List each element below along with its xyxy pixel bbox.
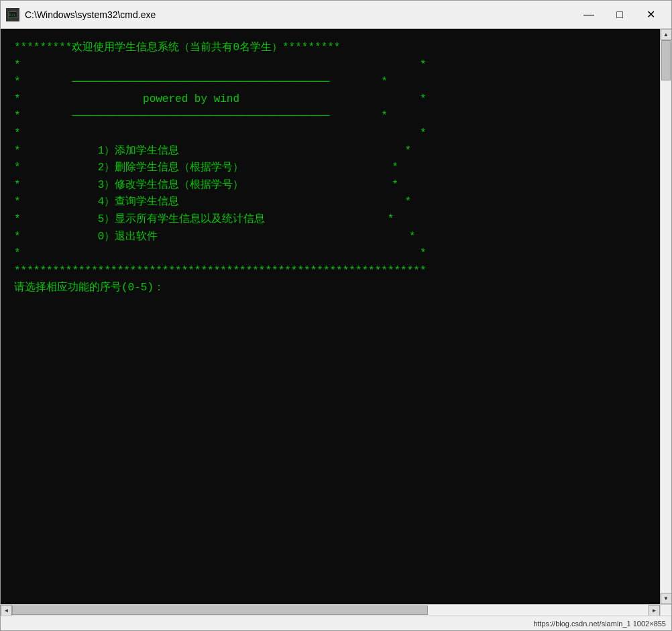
- window: C:\Windows\system32\cmd.exe — □ ✕ ******…: [0, 0, 672, 631]
- input-prompt: 请选择相应功能的序号(0-5)：: [14, 280, 647, 297]
- app-icon: [6, 8, 19, 21]
- content-area: *********欢迎使用学生信息系统（当前共有0名学生）********* *…: [1, 29, 671, 604]
- scroll-down-button[interactable]: ▼: [661, 593, 672, 604]
- scroll-h-thumb[interactable]: [12, 606, 428, 615]
- footer-stars: ****************************************…: [14, 263, 647, 280]
- empty-line-1: * *: [14, 125, 647, 143]
- terminal-display: *********欢迎使用学生信息系统（当前共有0名学生）********* *…: [1, 29, 660, 604]
- empty-line-2: * *: [14, 245, 647, 263]
- scroll-right-button[interactable]: ►: [649, 605, 660, 616]
- menu-item-2: * 2）删除学生信息（根据学号） *: [14, 160, 647, 177]
- powered-by-line: * powered by wind *: [14, 91, 647, 109]
- menu-item-0: * 0）退出软件 *: [14, 229, 647, 246]
- scroll-up-button[interactable]: ▲: [661, 29, 672, 40]
- close-button[interactable]: ✕: [635, 4, 666, 25]
- scroll-v-track[interactable]: [661, 40, 671, 593]
- maximize-button[interactable]: □: [604, 4, 635, 25]
- minimize-button[interactable]: —: [573, 4, 604, 25]
- horizontal-scrollbar-area: ◄ ►: [1, 605, 660, 616]
- vertical-scrollbar: ▲ ▼: [660, 29, 671, 604]
- menu-item-3: * 3）修改学生信息（根据学号） *: [14, 177, 647, 194]
- scroll-v-thumb[interactable]: [661, 40, 671, 80]
- horizontal-scrollbar-wrapper: ◄ ►: [1, 604, 671, 616]
- menu-item-1: * 1）添加学生信息 *: [14, 143, 647, 160]
- scroll-left-button[interactable]: ◄: [1, 605, 12, 616]
- header-line: *********欢迎使用学生信息系统（当前共有0名学生）*********: [14, 40, 647, 57]
- menu-item-5: * 5）显示所有学生信息以及统计信息 *: [14, 211, 647, 229]
- scroll-h-track[interactable]: [12, 605, 649, 616]
- menu-item-4: * 4）查询学生信息 *: [14, 194, 647, 211]
- separator-top: * ──────────────────────────────────────…: [14, 74, 647, 91]
- border-line-1: * *: [14, 57, 647, 74]
- separator-bottom: * ──────────────────────────────────────…: [14, 108, 647, 125]
- window-controls: — □ ✕: [573, 4, 666, 25]
- scrollbar-corner: [660, 605, 671, 616]
- status-bar: https://blog.csdn.net/siamin_1 1002×855: [1, 616, 671, 630]
- title-bar: C:\Windows\system32\cmd.exe — □ ✕: [1, 1, 671, 29]
- status-right-text: https://blog.csdn.net/siamin_1 1002×855: [533, 620, 666, 628]
- window-title: C:\Windows\system32\cmd.exe: [25, 9, 573, 20]
